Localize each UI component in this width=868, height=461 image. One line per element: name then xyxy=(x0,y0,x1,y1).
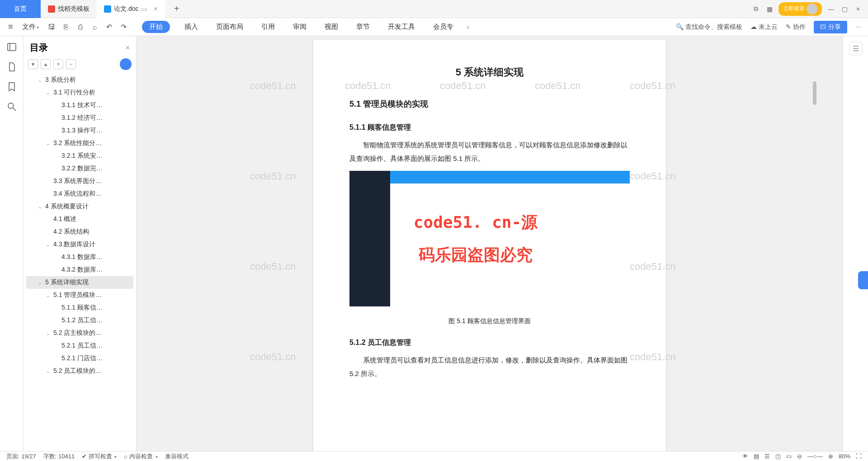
menu-icon[interactable]: ≡ xyxy=(6,20,15,33)
remove-outline-button[interactable]: − xyxy=(66,59,76,69)
ribbon-tab-8[interactable]: 会员专 xyxy=(429,21,457,33)
maximize-button[interactable]: ▢ xyxy=(840,5,849,14)
collab-button[interactable]: ✎ 协作 xyxy=(786,23,806,31)
page: code51.cn code51.cn code51.cn code51.cn … xyxy=(313,40,666,451)
main-area: 目录 × ▾ ▴ + − ⌄3 系统分析⌄3.1 可行性分析3.1.1 技术可…… xyxy=(0,36,868,451)
compat-mode[interactable]: 兼容模式 xyxy=(165,452,189,461)
zoom-in[interactable]: ⊕ xyxy=(828,453,833,460)
login-label: 立即登录 xyxy=(783,5,805,13)
tree-item[interactable]: 4.2 系统结构 xyxy=(26,226,133,238)
home-tab[interactable]: 首页 xyxy=(0,0,41,18)
add-tab-button[interactable]: + xyxy=(170,4,184,14)
search-commands[interactable]: 🔍 查找命令、搜索模板 xyxy=(676,23,742,31)
tree-item[interactable]: 5.2.1 员工信… xyxy=(26,339,133,352)
fullscreen-icon[interactable]: ⛶ xyxy=(856,453,862,460)
tree-item[interactable]: 3.1.2 经济可… xyxy=(26,112,133,124)
page-indicator[interactable]: 页面: 19/27 xyxy=(6,452,36,461)
tree-item[interactable]: ⌄3.1 可行性分析 xyxy=(26,86,133,99)
view-mode-2[interactable]: ☰ xyxy=(764,453,770,460)
redo-icon[interactable]: ↷ xyxy=(118,22,129,33)
content-check[interactable]: ⌕ 内容检查 ▾ xyxy=(124,452,157,461)
figure-caption: 图 5.1 顾客信息信息管理界面 xyxy=(349,315,630,327)
ribbon-tab-2[interactable]: 页面布局 xyxy=(212,21,247,33)
apps-icon[interactable]: ▦ xyxy=(765,5,774,14)
ribbon-tab-5[interactable]: 视图 xyxy=(321,21,342,33)
more-icon[interactable]: ⋯ xyxy=(855,24,862,31)
tree-item[interactable]: 5.1.1 顾客信… xyxy=(26,301,133,314)
tab-document-active[interactable]: 论文.doc▭× xyxy=(97,0,165,18)
ribbon-tab-6[interactable]: 章节 xyxy=(353,21,373,33)
ribbon-tab-1[interactable]: 插入 xyxy=(181,21,202,33)
search-icon[interactable] xyxy=(6,101,17,112)
tree-item[interactable]: ⌄4 系统概要设计 xyxy=(26,200,133,213)
add-outline-button[interactable]: + xyxy=(53,59,63,69)
word-icon xyxy=(104,5,111,13)
cloud-status[interactable]: ☁ 未上云 xyxy=(750,23,778,31)
view-mode-1[interactable]: ▤ xyxy=(754,453,759,460)
file-menu[interactable]: 文件▾ xyxy=(19,23,42,31)
tree-item[interactable]: ⌄5.2 店主模块的… xyxy=(26,327,133,339)
doc-icon[interactable] xyxy=(6,61,17,72)
preview-icon[interactable]: ⌕ xyxy=(90,22,100,33)
tree-item[interactable]: 5.1.2 员工信… xyxy=(26,314,133,327)
zoom-value[interactable]: 80% xyxy=(839,453,850,460)
tree-item[interactable]: 4.3.1 数据库… xyxy=(26,251,133,263)
undo-icon[interactable]: ↶ xyxy=(104,22,115,33)
left-rail xyxy=(0,36,24,451)
close-button[interactable]: × xyxy=(854,5,863,14)
tree-item[interactable]: 3.2.1 系统安… xyxy=(26,150,133,162)
tree-item[interactable]: ⌄3.2 系统性能分… xyxy=(26,137,133,150)
share-button[interactable]: ⮹ 分享 xyxy=(814,21,847,33)
svg-point-2 xyxy=(8,103,14,108)
view-mode-3[interactable]: ◫ xyxy=(775,453,781,460)
outline-panel: 目录 × ▾ ▴ + − ⌄3 系统分析⌄3.1 可行性分析3.1.1 技术可…… xyxy=(24,36,137,451)
layout-icon[interactable]: ⧉ xyxy=(751,5,760,14)
outline-icon[interactable] xyxy=(6,42,17,52)
zoom-slider[interactable]: —○— xyxy=(807,453,823,460)
window-icon[interactable]: ▭ xyxy=(141,5,147,13)
document-area[interactable]: code51.cn code51.cn code51.cn code51.cn … xyxy=(137,36,843,451)
export-icon[interactable]: ⎘ xyxy=(61,22,71,33)
tab-template[interactable]: 找稻壳模板 xyxy=(41,0,97,18)
scrollbar-thumb[interactable] xyxy=(813,81,816,105)
view-mode-4[interactable]: ▭ xyxy=(786,453,792,460)
chapter-title: 5 系统详细实现 xyxy=(349,62,630,82)
tree-item[interactable]: ⌄5 系统详细实现 xyxy=(26,276,133,289)
spell-check[interactable]: ✔ 拼写检查 ▾ xyxy=(82,452,117,461)
tree-item[interactable]: 4.1 概述 xyxy=(26,213,133,226)
eye-icon[interactable]: 👁 xyxy=(742,453,748,460)
tree-item[interactable]: ⌄5.2 员工模块的… xyxy=(26,365,133,377)
tree-item[interactable]: ⌄5.1 管理员模块… xyxy=(26,289,133,301)
tree-item[interactable]: 3.4 系统流程和… xyxy=(26,188,133,200)
minimize-button[interactable]: — xyxy=(826,5,835,14)
ribbon-tab-7[interactable]: 开发工具 xyxy=(384,21,419,33)
word-count[interactable]: 字数: 10411 xyxy=(43,452,75,461)
expand-all-button[interactable]: ▴ xyxy=(41,59,51,69)
svg-rect-0 xyxy=(8,43,16,51)
zoom-out[interactable]: ⊖ xyxy=(797,453,802,460)
settings-round-icon[interactable] xyxy=(120,58,132,70)
tree-item[interactable]: 3.2.2 数据完… xyxy=(26,162,133,175)
tree-item[interactable]: 3.1.1 技术可… xyxy=(26,99,133,112)
avatar-icon xyxy=(807,4,817,14)
tree-item[interactable]: 3.1.3 操作可… xyxy=(26,124,133,137)
feedback-tab[interactable] xyxy=(858,271,868,289)
tree-item[interactable]: ⌄3 系统分析 xyxy=(26,74,133,86)
toggle-panel-icon[interactable]: ☰ xyxy=(849,42,863,55)
print-icon[interactable]: ⎙ xyxy=(75,22,86,33)
ribbon-tab-0[interactable]: 开始 xyxy=(142,21,170,33)
tree-item[interactable]: 3.3 系统界面分… xyxy=(26,175,133,188)
tree-item[interactable]: 4.3.2 数据库… xyxy=(26,263,133,276)
panel-close-icon[interactable]: × xyxy=(126,44,130,52)
bookmark-icon[interactable] xyxy=(6,81,17,92)
collapse-all-button[interactable]: ▾ xyxy=(28,59,38,69)
tree-item[interactable]: ⌄4.3.数据库设计 xyxy=(26,238,133,251)
login-button[interactable]: 立即登录 xyxy=(778,2,822,16)
ribbon-tab-3[interactable]: 引用 xyxy=(258,21,278,33)
close-icon[interactable]: × xyxy=(153,5,157,13)
ribbon-tab-4[interactable]: 审阅 xyxy=(289,21,310,33)
tree-item[interactable]: 5.2.1 门店信… xyxy=(26,352,133,365)
save-icon[interactable]: 🖫 xyxy=(46,22,57,33)
outline-tree: ⌄3 系统分析⌄3.1 可行性分析3.1.1 技术可…3.1.2 经济可…3.1… xyxy=(26,74,133,377)
svg-line-3 xyxy=(13,108,16,111)
